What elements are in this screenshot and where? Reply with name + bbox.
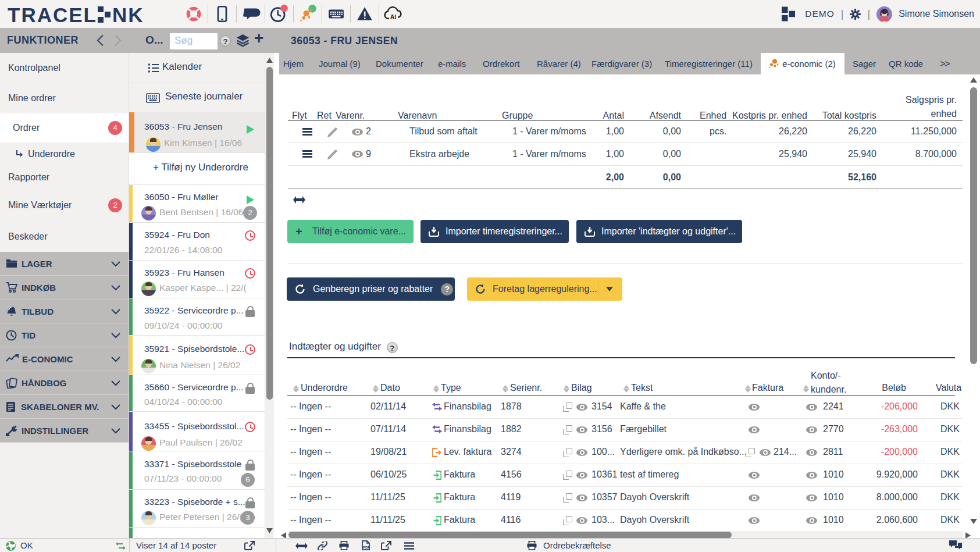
- svg-text:AI: AI: [390, 14, 396, 20]
- svg-text:PDF: PDF: [363, 546, 370, 549]
